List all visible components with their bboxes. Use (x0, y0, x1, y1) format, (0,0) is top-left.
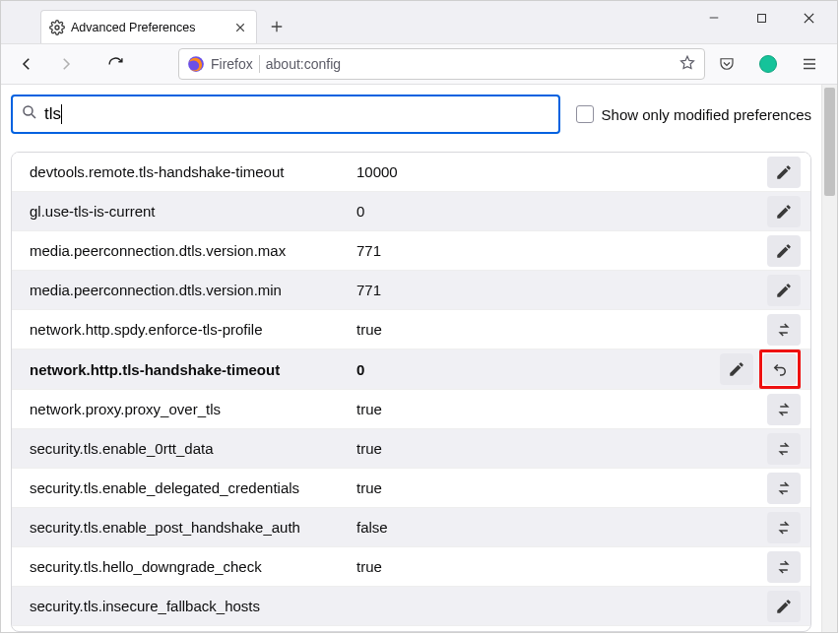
toggle-button[interactable] (767, 551, 801, 583)
pref-name: media.peerconnection.dtls.version.min (22, 282, 356, 298)
checkbox-icon (576, 105, 594, 123)
show-modified-label: Show only modified preferences (602, 106, 811, 123)
edit-button[interactable] (767, 591, 801, 622)
pref-row[interactable]: devtools.remote.tls-handshake-timeout100… (12, 153, 810, 192)
identity-label: Firefox (211, 56, 253, 72)
new-tab-button[interactable] (263, 13, 291, 40)
pref-name: network.http.tls-handshake-timeout (22, 361, 356, 378)
edit-button[interactable] (767, 235, 801, 267)
pref-value: true (356, 440, 767, 457)
search-input-value: tls (44, 104, 61, 124)
pref-row[interactable]: security.tls.hello_downgrade_checktrue (12, 547, 810, 587)
pref-row[interactable]: security.tls.enable_0rtt_datatrue (12, 429, 810, 469)
firefox-icon (187, 55, 205, 73)
browser-tab[interactable]: Advanced Preferences (40, 10, 257, 43)
close-tab-button[interactable] (232, 20, 248, 35)
window-close-button[interactable] (796, 5, 821, 31)
pref-row[interactable]: security.tls.insecure_fallback_hosts (12, 587, 810, 626)
pref-row[interactable]: network.proxy.proxy_over_tlstrue (12, 390, 810, 429)
pref-row[interactable]: security.tls.enable_post_handshake_authf… (12, 508, 810, 547)
pref-name: media.peerconnection.dtls.version.max (22, 242, 356, 259)
bookmark-star-icon[interactable] (678, 54, 696, 75)
pocket-icon[interactable] (713, 50, 741, 78)
edit-button[interactable] (767, 157, 801, 188)
pref-value: 10000 (356, 163, 767, 180)
edit-button[interactable] (720, 353, 753, 385)
pref-row-actions (767, 512, 801, 543)
prefs-table: devtools.remote.tls-handshake-timeout100… (11, 152, 811, 632)
url-text: about:config (266, 56, 341, 72)
app-menu-button[interactable] (796, 50, 823, 78)
pref-name: security.tls.insecure_fallback_hosts (22, 598, 356, 614)
pref-value: true (356, 479, 767, 496)
application-window: Advanced Preferences (0, 0, 838, 633)
pref-value: false (356, 519, 767, 536)
pref-name: network.proxy.proxy_over_tls (22, 401, 356, 417)
pref-row-actions (767, 275, 801, 306)
pref-name: security.tls.enable_post_handshake_auth (22, 519, 356, 536)
pref-value: true (356, 401, 767, 417)
pref-value: 0 (356, 203, 767, 220)
show-modified-checkbox[interactable]: Show only modified preferences (576, 105, 811, 123)
forward-button[interactable] (50, 48, 82, 80)
edit-button[interactable] (767, 275, 801, 306)
svg-point-0 (55, 26, 59, 30)
pref-value: true (356, 558, 767, 575)
pref-row[interactable]: media.peerconnection.dtls.version.min771 (12, 271, 810, 310)
pref-row-actions (767, 551, 801, 583)
window-minimize-button[interactable] (701, 5, 727, 31)
reset-button[interactable] (763, 353, 797, 385)
reset-highlight (759, 349, 801, 389)
toggle-button[interactable] (767, 314, 801, 346)
pref-value: 771 (356, 282, 767, 298)
pref-row[interactable]: security.tls.enable_delegated_credential… (12, 469, 810, 508)
url-bar[interactable]: Firefox about:config (178, 48, 705, 80)
navigation-toolbar: Firefox about:config (1, 43, 837, 85)
pref-name: security.tls.enable_0rtt_data (22, 440, 356, 457)
page-scrollbar[interactable] (821, 85, 837, 632)
toggle-button[interactable] (767, 394, 801, 425)
pref-value: true (356, 321, 767, 338)
window-maximize-button[interactable] (748, 5, 774, 31)
svg-rect-1 (757, 14, 765, 22)
pref-search-box[interactable]: tls (11, 95, 560, 134)
content-area: tls Show only modified preferences devto… (1, 85, 837, 632)
pref-row[interactable]: network.http.spdy.enforce-tls-profiletru… (12, 310, 810, 349)
pref-name: security.tls.enable_delegated_credential… (22, 479, 356, 496)
pref-row-actions (767, 235, 801, 267)
tab-strip: Advanced Preferences (1, 1, 837, 43)
pref-row-actions (767, 196, 801, 227)
pref-row-actions (720, 349, 801, 389)
pref-value: 0 (356, 361, 720, 378)
gear-icon (49, 20, 65, 35)
scrollbar-thumb[interactable] (824, 88, 835, 196)
pref-name: security.tls.hello_downgrade_check (22, 558, 356, 575)
pref-value: 771 (356, 242, 767, 259)
svg-point-3 (24, 106, 32, 115)
search-icon (21, 103, 38, 125)
urlbar-divider (259, 55, 260, 73)
pref-row-actions (767, 473, 801, 504)
toggle-button[interactable] (767, 433, 801, 465)
extension-grammarly-icon[interactable] (754, 50, 782, 78)
pref-name: gl.use-tls-is-current (22, 203, 356, 220)
text-cursor (61, 104, 62, 124)
pref-row[interactable]: media.peerconnection.dtls.version.max771 (12, 231, 810, 271)
pref-row[interactable]: gl.use-tls-is-current0 (12, 192, 810, 231)
pref-row-actions (767, 157, 801, 188)
toggle-button[interactable] (767, 473, 801, 504)
edit-button[interactable] (767, 196, 801, 227)
reload-button[interactable] (99, 48, 131, 80)
tab-title: Advanced Preferences (71, 21, 195, 34)
pref-row-actions (767, 314, 801, 346)
toggle-button[interactable] (767, 512, 801, 543)
pref-name: devtools.remote.tls-handshake-timeout (22, 163, 356, 180)
pref-row[interactable]: network.http.tls-handshake-timeout0 (12, 349, 810, 390)
pref-name: network.http.spdy.enforce-tls-profile (22, 321, 356, 338)
pref-row-actions (767, 394, 801, 425)
about-config-page: tls Show only modified preferences devto… (1, 85, 821, 632)
pref-row-actions (767, 433, 801, 465)
back-button[interactable] (11, 48, 42, 80)
pref-row-actions (767, 591, 801, 622)
